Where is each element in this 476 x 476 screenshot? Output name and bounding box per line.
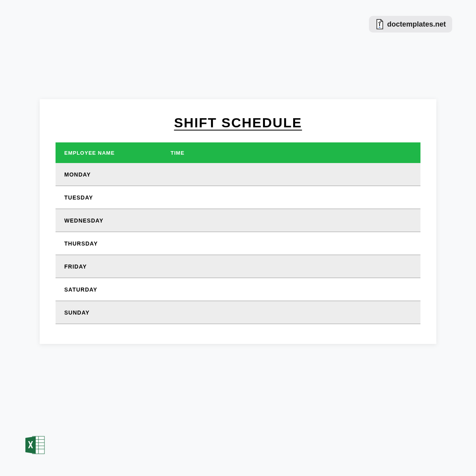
excel-icon [24, 434, 46, 456]
day-label: THURSDAY [64, 240, 98, 247]
watermark-badge: doctemplates.net [369, 16, 452, 33]
header-employee-name: EMPLOYEE NAME [56, 150, 171, 156]
table-header-row: EMPLOYEE NAME TIME [56, 142, 420, 163]
day-label: TUESDAY [64, 194, 93, 201]
day-label: WEDNESDAY [64, 217, 104, 224]
table-row: MONDAY [56, 163, 420, 186]
table-row: WEDNESDAY [56, 209, 420, 232]
doctemplates-icon [375, 19, 384, 29]
day-label: FRIDAY [64, 263, 87, 270]
table-row: FRIDAY [56, 255, 420, 278]
document-card: SHIFT SCHEDULE EMPLOYEE NAME TIME MONDAY… [40, 99, 436, 344]
table-row: SATURDAY [56, 278, 420, 301]
day-label: MONDAY [64, 171, 91, 178]
day-label: SATURDAY [64, 286, 97, 293]
day-label: SUNDAY [64, 309, 90, 316]
table-row: SUNDAY [56, 301, 420, 324]
watermark-text: doctemplates.net [387, 20, 446, 29]
table-row: THURSDAY [56, 232, 420, 255]
header-time: TIME [171, 150, 184, 156]
table-row: TUESDAY [56, 186, 420, 209]
page-title: SHIFT SCHEDULE [40, 115, 436, 131]
schedule-table: EMPLOYEE NAME TIME MONDAYTUESDAYWEDNESDA… [56, 142, 420, 324]
